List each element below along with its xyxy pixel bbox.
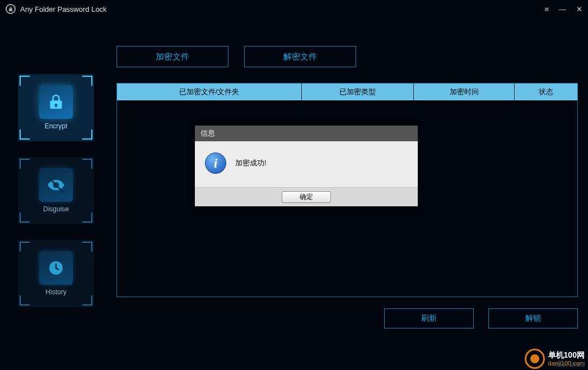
dialog-footer: 确定 xyxy=(195,187,418,206)
table-header: 已加密文件/文件夹 已加密类型 加密时间 状态 xyxy=(117,84,577,100)
dialog-body: i 加密成功! xyxy=(195,141,418,187)
eye-icon xyxy=(39,168,73,202)
version-label: rsion 10.8.0 xyxy=(556,362,585,368)
sidebar-item-label: Disguise xyxy=(43,205,69,213)
sidebar-item-disguise[interactable]: Disguise xyxy=(18,157,94,224)
unlock-button[interactable]: 解锁 xyxy=(488,308,578,329)
titlebar-left: Any Folder Password Lock xyxy=(6,4,107,14)
column-header-status[interactable]: 状态 xyxy=(515,84,577,100)
sidebar-item-label: History xyxy=(45,288,66,296)
sidebar-item-label: Encrypt xyxy=(45,122,68,130)
menu-button[interactable]: ≡ xyxy=(544,5,549,13)
sidebar: Encrypt Disguise History xyxy=(0,18,116,370)
bottom-buttons: 刷新 解锁 xyxy=(116,308,578,329)
encrypt-file-button[interactable]: 加密文件 xyxy=(116,46,228,67)
info-icon: i xyxy=(205,152,226,174)
dialog-ok-button[interactable]: 确定 xyxy=(282,191,331,203)
column-header-type[interactable]: 已加密类型 xyxy=(302,84,414,100)
clock-icon xyxy=(39,251,73,285)
watermark-logo-icon xyxy=(525,349,545,369)
watermark-name: 单机100网 xyxy=(548,351,585,359)
sidebar-item-encrypt[interactable]: Encrypt xyxy=(18,74,94,141)
dialog-message: 加密成功! xyxy=(235,158,267,168)
window-controls: ≡ — ✕ xyxy=(544,5,582,13)
info-dialog: 信息 i 加密成功! 确定 xyxy=(195,126,418,206)
top-buttons: 加密文件 解密文件 xyxy=(116,46,578,67)
app-title: Any Folder Password Lock xyxy=(20,5,107,13)
lock-icon xyxy=(39,85,73,119)
titlebar: Any Folder Password Lock ≡ — ✕ xyxy=(0,0,588,18)
dialog-title: 信息 xyxy=(195,126,418,141)
refresh-button[interactable]: 刷新 xyxy=(384,308,474,329)
column-header-path[interactable]: 已加密文件/文件夹 xyxy=(117,84,302,100)
decrypt-file-button[interactable]: 解密文件 xyxy=(244,46,356,67)
app-lock-icon xyxy=(6,4,16,14)
column-header-time[interactable]: 加密时间 xyxy=(414,84,515,100)
minimize-button[interactable]: — xyxy=(559,5,566,13)
sidebar-item-history[interactable]: History xyxy=(18,240,94,307)
close-button[interactable]: ✕ xyxy=(576,5,582,13)
